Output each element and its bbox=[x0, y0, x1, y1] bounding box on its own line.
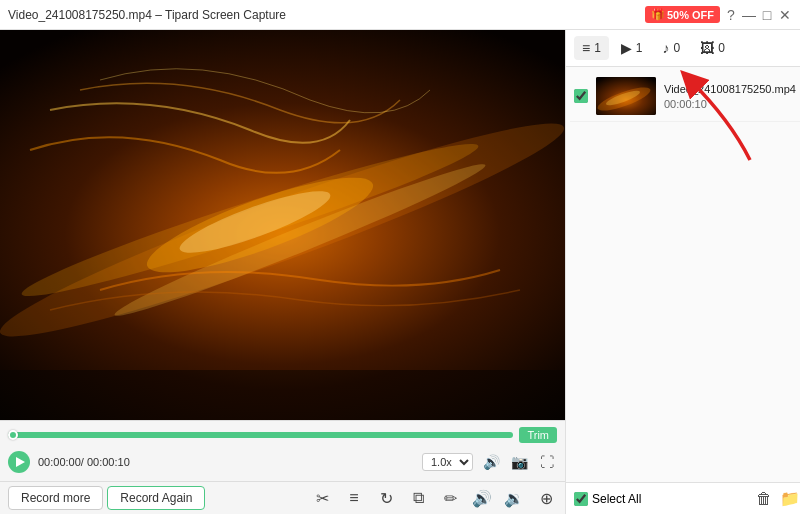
bottom-action-bar: Select All 🗑 📁 📤 bbox=[566, 482, 800, 514]
tab-bar: ≡ 1 ▶ 1 ♪ 0 🖼 0 bbox=[566, 30, 800, 67]
gift-icon: 🎁 bbox=[651, 8, 665, 21]
list-icon: ≡ bbox=[582, 40, 590, 56]
progress-bar-container: Trim bbox=[8, 427, 557, 443]
bottom-icons: ✂ ≡ ↻ ⧉ ✏ 🔊 🔉 ⊕ bbox=[311, 487, 557, 509]
main-layout: Trim 00:00:00/ 00:00:10 1.0x 1.5x 2.0x 🔊… bbox=[0, 30, 800, 514]
video-area bbox=[0, 30, 565, 420]
current-time: 00:00:00 bbox=[38, 456, 81, 468]
edit-icon[interactable]: ✏ bbox=[439, 487, 461, 509]
file-info: Video_241008175250.mp4 00:00:10 bbox=[664, 83, 796, 110]
tab-video-count: 1 bbox=[594, 41, 601, 55]
delete-icon[interactable]: 🗑 bbox=[756, 489, 772, 508]
tab-play-count: 1 bbox=[636, 41, 643, 55]
volume-down-icon[interactable]: 🔉 bbox=[503, 487, 525, 509]
tab-image[interactable]: 🖼 0 bbox=[692, 36, 733, 60]
file-thumbnail bbox=[596, 77, 656, 115]
speed-select[interactable]: 1.0x 1.5x 2.0x bbox=[422, 453, 473, 471]
progress-track[interactable] bbox=[8, 432, 513, 438]
select-all-checkbox[interactable] bbox=[574, 492, 588, 506]
timeline-area: Trim 00:00:00/ 00:00:10 1.0x 1.5x 2.0x 🔊… bbox=[0, 420, 565, 481]
fullscreen-icon[interactable]: ⛶ bbox=[537, 452, 557, 472]
promo-badge[interactable]: 🎁 50% OFF bbox=[645, 6, 720, 23]
title-bar-controls: 🎁 50% OFF ? — □ ✕ bbox=[645, 6, 792, 23]
total-time: 00:00:10 bbox=[87, 456, 130, 468]
left-panel: Trim 00:00:00/ 00:00:10 1.0x 1.5x 2.0x 🔊… bbox=[0, 30, 565, 514]
copy-icon[interactable]: ⧉ bbox=[407, 487, 429, 509]
file-item: Video_241008175250.mp4 00:00:10 bbox=[570, 71, 800, 122]
right-panel: ≡ 1 ▶ 1 ♪ 0 🖼 0 bbox=[565, 30, 800, 514]
music-icon: ♪ bbox=[663, 40, 670, 56]
right-action-icons: 🗑 📁 📤 bbox=[756, 489, 800, 508]
title-text: Video_241008175250.mp4 – Tipard Screen C… bbox=[8, 8, 286, 22]
refresh-icon[interactable]: ↻ bbox=[375, 487, 397, 509]
tab-music[interactable]: ♪ 0 bbox=[655, 36, 689, 60]
sound-icon[interactable]: 🔊 bbox=[471, 487, 493, 509]
tab-image-count: 0 bbox=[718, 41, 725, 55]
left-buttons: Record more Record Again bbox=[8, 486, 205, 510]
record-more-button[interactable]: Record more bbox=[8, 486, 103, 510]
camera-icon[interactable]: 📷 bbox=[509, 452, 529, 472]
bottom-bar: Record more Record Again ✂ ≡ ↻ ⧉ ✏ 🔊 🔉 ⊕ bbox=[0, 481, 565, 514]
title-bar-left: Video_241008175250.mp4 – Tipard Screen C… bbox=[8, 8, 286, 22]
time-display: 00:00:00/ 00:00:10 bbox=[38, 456, 130, 468]
tab-play[interactable]: ▶ 1 bbox=[613, 36, 651, 60]
file-name: Video_241008175250.mp4 bbox=[664, 83, 796, 95]
playback-controls: 00:00:00/ 00:00:10 1.0x 1.5x 2.0x 🔊 📷 ⛶ bbox=[8, 447, 557, 477]
record-again-button[interactable]: Record Again bbox=[107, 486, 205, 510]
select-all-label: Select All bbox=[592, 492, 641, 506]
close-button[interactable]: ✕ bbox=[778, 8, 792, 22]
folder-icon[interactable]: 📁 bbox=[780, 489, 800, 508]
maximize-button[interactable]: □ bbox=[760, 8, 774, 22]
minimize-button[interactable]: — bbox=[742, 8, 756, 22]
progress-thumb[interactable] bbox=[8, 430, 18, 440]
select-all-area: Select All bbox=[574, 492, 641, 506]
file-duration: 00:00:10 bbox=[664, 98, 796, 110]
trim-button[interactable]: Trim bbox=[519, 427, 557, 443]
play-button[interactable] bbox=[8, 451, 30, 473]
volume-icon[interactable]: 🔊 bbox=[481, 452, 501, 472]
image-icon: 🖼 bbox=[700, 40, 714, 56]
cut-icon[interactable]: ✂ bbox=[311, 487, 333, 509]
file-checkbox[interactable] bbox=[574, 89, 588, 103]
adjust-icon[interactable]: ≡ bbox=[343, 487, 365, 509]
video-canvas bbox=[0, 30, 565, 370]
file-list: Video_241008175250.mp4 00:00:10 bbox=[566, 67, 800, 482]
tab-music-count: 0 bbox=[674, 41, 681, 55]
help-button[interactable]: ? bbox=[724, 8, 738, 22]
promo-text: 50% OFF bbox=[667, 9, 714, 21]
tab-video[interactable]: ≡ 1 bbox=[574, 36, 609, 60]
title-bar: Video_241008175250.mp4 – Tipard Screen C… bbox=[0, 0, 800, 30]
more-icon[interactable]: ⊕ bbox=[535, 487, 557, 509]
play-icon: ▶ bbox=[621, 40, 632, 56]
